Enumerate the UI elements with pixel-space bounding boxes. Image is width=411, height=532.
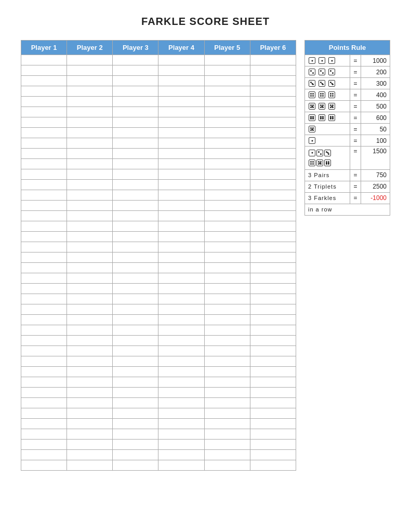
score-cell[interactable]	[158, 169, 204, 180]
score-cell[interactable]	[113, 201, 158, 211]
score-cell[interactable]	[250, 86, 296, 97]
score-cell[interactable]	[204, 284, 250, 294]
score-cell[interactable]	[113, 284, 158, 294]
score-cell[interactable]	[113, 263, 158, 273]
score-cell[interactable]	[204, 107, 250, 117]
score-cell[interactable]	[250, 377, 296, 388]
score-cell[interactable]	[113, 440, 158, 450]
score-cell[interactable]	[204, 408, 250, 419]
score-cell[interactable]	[21, 97, 67, 107]
score-cell[interactable]	[158, 252, 204, 263]
score-cell[interactable]	[250, 211, 296, 221]
score-cell[interactable]	[67, 169, 113, 180]
score-cell[interactable]	[204, 201, 250, 211]
score-cell[interactable]	[158, 97, 204, 107]
score-cell[interactable]	[158, 180, 204, 190]
score-cell[interactable]	[113, 242, 158, 252]
score-cell[interactable]	[204, 263, 250, 273]
score-cell[interactable]	[21, 128, 67, 138]
score-cell[interactable]	[158, 138, 204, 149]
score-cell[interactable]	[250, 346, 296, 356]
score-cell[interactable]	[21, 252, 67, 263]
score-cell[interactable]	[21, 304, 67, 315]
score-cell[interactable]	[158, 304, 204, 315]
score-cell[interactable]	[67, 263, 113, 273]
score-cell[interactable]	[250, 55, 296, 65]
score-cell[interactable]	[158, 117, 204, 128]
score-cell[interactable]	[67, 304, 113, 315]
score-cell[interactable]	[67, 273, 113, 284]
score-cell[interactable]	[113, 55, 158, 65]
score-cell[interactable]	[204, 97, 250, 107]
score-cell[interactable]	[113, 128, 158, 138]
score-cell[interactable]	[204, 450, 250, 460]
score-cell[interactable]	[250, 201, 296, 211]
score-cell[interactable]	[158, 429, 204, 440]
score-cell[interactable]	[67, 356, 113, 367]
score-cell[interactable]	[158, 55, 204, 65]
score-cell[interactable]	[21, 190, 67, 201]
score-cell[interactable]	[113, 190, 158, 201]
score-cell[interactable]	[250, 367, 296, 377]
score-cell[interactable]	[250, 419, 296, 429]
score-cell[interactable]	[250, 65, 296, 76]
score-cell[interactable]	[21, 169, 67, 180]
score-cell[interactable]	[250, 408, 296, 419]
score-cell[interactable]	[113, 304, 158, 315]
score-cell[interactable]	[204, 388, 250, 398]
score-cell[interactable]	[21, 117, 67, 128]
score-cell[interactable]	[21, 65, 67, 76]
score-cell[interactable]	[204, 252, 250, 263]
score-cell[interactable]	[113, 117, 158, 128]
score-cell[interactable]	[113, 159, 158, 169]
score-cell[interactable]	[158, 65, 204, 76]
score-cell[interactable]	[204, 232, 250, 242]
score-cell[interactable]	[67, 117, 113, 128]
score-cell[interactable]	[21, 388, 67, 398]
score-cell[interactable]	[250, 325, 296, 336]
score-cell[interactable]	[21, 336, 67, 346]
score-cell[interactable]	[21, 429, 67, 440]
score-cell[interactable]	[113, 294, 158, 304]
score-cell[interactable]	[21, 76, 67, 86]
score-cell[interactable]	[204, 159, 250, 169]
score-cell[interactable]	[113, 211, 158, 221]
score-cell[interactable]	[67, 159, 113, 169]
score-cell[interactable]	[21, 284, 67, 294]
score-cell[interactable]	[21, 294, 67, 304]
score-cell[interactable]	[158, 367, 204, 377]
score-cell[interactable]	[67, 440, 113, 450]
score-cell[interactable]	[204, 211, 250, 221]
score-cell[interactable]	[250, 76, 296, 86]
score-cell[interactable]	[204, 169, 250, 180]
score-cell[interactable]	[113, 76, 158, 86]
score-cell[interactable]	[250, 336, 296, 346]
score-cell[interactable]	[250, 221, 296, 232]
score-cell[interactable]	[67, 450, 113, 460]
score-cell[interactable]	[250, 398, 296, 408]
score-cell[interactable]	[113, 138, 158, 149]
score-cell[interactable]	[204, 398, 250, 408]
score-cell[interactable]	[113, 356, 158, 367]
score-cell[interactable]	[158, 159, 204, 169]
score-cell[interactable]	[158, 450, 204, 460]
score-cell[interactable]	[158, 325, 204, 336]
score-cell[interactable]	[113, 336, 158, 346]
score-cell[interactable]	[21, 242, 67, 252]
score-cell[interactable]	[250, 263, 296, 273]
score-cell[interactable]	[67, 398, 113, 408]
score-cell[interactable]	[158, 398, 204, 408]
score-cell[interactable]	[21, 450, 67, 460]
score-cell[interactable]	[67, 86, 113, 97]
score-cell[interactable]	[204, 138, 250, 149]
score-cell[interactable]	[204, 419, 250, 429]
score-cell[interactable]	[158, 263, 204, 273]
score-cell[interactable]	[67, 325, 113, 336]
score-cell[interactable]	[113, 149, 158, 159]
score-cell[interactable]	[113, 398, 158, 408]
score-cell[interactable]	[67, 252, 113, 263]
score-cell[interactable]	[21, 419, 67, 429]
score-cell[interactable]	[204, 377, 250, 388]
score-cell[interactable]	[67, 419, 113, 429]
score-cell[interactable]	[250, 97, 296, 107]
